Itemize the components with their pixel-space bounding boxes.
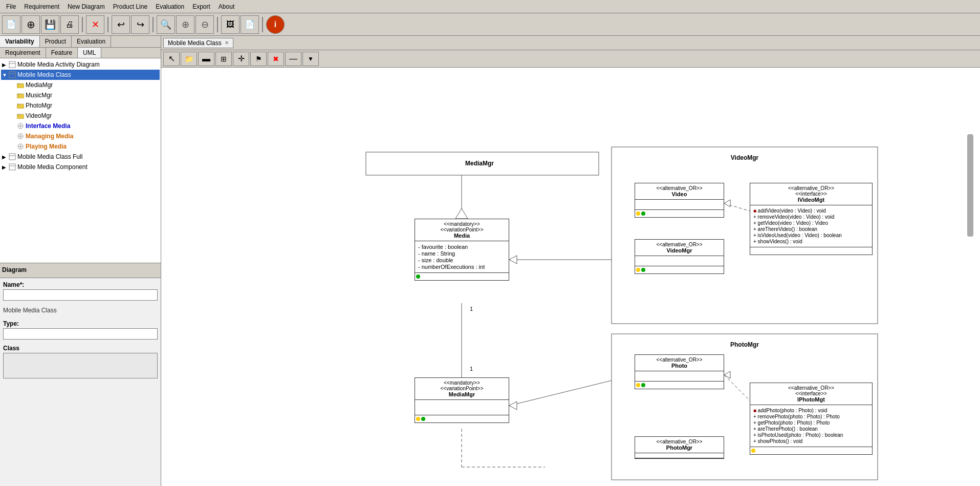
toolbar-separator-1	[82, 17, 83, 32]
iphotomgt-attr5: + isPhotoUsed(photo : Photo) : boolean	[753, 432, 869, 438]
subtab-feature[interactable]: Feature	[46, 48, 78, 58]
new-button[interactable]: 📄	[2, 15, 20, 34]
zoom-out-button[interactable]: ⊖	[195, 15, 214, 34]
table-tool-btn[interactable]: ⊞	[215, 52, 232, 66]
menu-new-diagram[interactable]: New Diagram	[63, 2, 109, 11]
tree-item-7[interactable]: Managing Media	[1, 131, 160, 141]
open-button[interactable]: ⊕	[21, 15, 40, 34]
pdf-export-button[interactable]: 📄	[241, 15, 259, 34]
uml-photomgr-inner[interactable]: <<alternative_OR>> PhotoMgr	[635, 436, 724, 459]
uml-videomgr-inner[interactable]: <<alternative_OR>> VideoMgr	[635, 239, 724, 274]
attr-numberOfExecutions: - numberOfExecutions : int	[418, 264, 506, 270]
name-input[interactable]	[3, 289, 158, 301]
diagram-tab-label: Mobile Media Class	[168, 39, 222, 47]
diagram-tab-mobile-media-class[interactable]: Mobile Media Class ✕	[163, 38, 233, 48]
tree-expand-10[interactable]: ▶	[2, 164, 8, 170]
type-input[interactable]	[3, 328, 158, 340]
menu-export[interactable]: Export	[188, 2, 214, 11]
class-textarea[interactable]	[3, 353, 158, 378]
svg-line-43	[724, 203, 750, 211]
tree-item-6[interactable]: Interface Media	[1, 121, 160, 131]
uml-iphotomgt-title: <<alternative_OR>> <<interface>> IPhotoM…	[750, 383, 872, 405]
videomgr-inner-stereotype: <<alternative_OR>>	[638, 242, 721, 247]
info-button[interactable]: i	[266, 15, 285, 34]
flag-tool-btn[interactable]: ⚑	[250, 52, 267, 66]
tab-evaluation[interactable]: Evaluation	[72, 36, 111, 47]
select-tool-btn[interactable]: ↖	[163, 52, 180, 66]
photo-stereotype: <<alternative_OR>>	[638, 357, 721, 363]
menu-product-line[interactable]: Product Line	[109, 2, 151, 11]
connect-tool-btn[interactable]: ✛	[233, 52, 249, 66]
tree-icon-10	[8, 163, 16, 171]
menu-evaluation[interactable]: Evaluation	[151, 2, 188, 11]
svg-rect-5	[17, 83, 20, 84]
tree-item-8[interactable]: Playing Media	[1, 141, 160, 152]
tree-icon-9	[8, 153, 16, 161]
svg-text:PhotoMgr: PhotoMgr	[730, 341, 759, 348]
tree-item-10[interactable]: ▶Mobile Media Component	[1, 162, 160, 172]
main-toolbar: 📄 ⊕ 💾 🖨 ✕ ↩ ↪ 🔍 ⊕ ⊖ 🖼 📄 i	[0, 13, 980, 36]
tree-item-2[interactable]: MediaMgr	[1, 80, 160, 90]
tab-variability[interactable]: Variability	[0, 36, 40, 47]
tree-item-5[interactable]: VideoMgr	[1, 111, 160, 121]
tree-icon-0	[8, 60, 16, 69]
uml-photomgr-inner-title: <<alternative_OR>> PhotoMgr	[635, 437, 724, 453]
image-export-button[interactable]: 🖼	[221, 15, 239, 34]
zoom-in-button[interactable]: ⊕	[176, 15, 194, 34]
tree-expand-0[interactable]: ▶	[2, 62, 8, 68]
menu-requirement[interactable]: Requirement	[20, 2, 63, 11]
subtab-requirement[interactable]: Requirement	[0, 48, 46, 58]
uml-mediamgr-bottom[interactable]: <<mandatory>> <<variationPoint>> MediaMg…	[415, 377, 509, 423]
tree-item-1[interactable]: ▼Mobile Media Class	[1, 70, 160, 80]
uml-videomgr-inner-attrs	[635, 256, 724, 266]
uml-iphotomgt[interactable]: <<alternative_OR>> <<interface>> IPhotoM…	[750, 383, 873, 455]
tree-item-3[interactable]: MusicMgr	[1, 90, 160, 100]
tree-item-0[interactable]: ▶Mobile Media Activity Diagram	[1, 59, 160, 70]
print-button[interactable]: 🖨	[60, 15, 79, 34]
tree-expand-1[interactable]: ▼	[2, 72, 8, 78]
canvas[interactable]: MediaMgr 1 1	[161, 68, 980, 486]
close-red-button[interactable]: ✕	[86, 15, 104, 34]
left-sub-tabs: Requirement Feature UML	[0, 48, 161, 58]
menu-about[interactable]: About	[214, 2, 238, 11]
subtab-uml[interactable]: UML	[78, 48, 101, 58]
photo-dot-yellow	[636, 383, 640, 387]
dropdown-tool-btn[interactable]: ▼	[302, 52, 319, 66]
undo-button[interactable]: ↩	[112, 15, 130, 34]
uml-media[interactable]: <<mandatory>> <<variationPoint>> Media -…	[415, 219, 509, 281]
video-stereotype: <<alternative_OR>>	[638, 185, 721, 191]
tab-product[interactable]: Product	[40, 36, 72, 47]
left-panel: Variability Product Evaluation Requireme…	[0, 36, 161, 486]
svg-rect-7	[17, 94, 20, 95]
folder-tool-btn[interactable]: 📁	[181, 52, 197, 66]
tree-item-4[interactable]: PhotoMgr	[1, 100, 160, 111]
media-classname: Media	[418, 233, 506, 239]
delete-tool-btn[interactable]: ✖	[268, 52, 284, 66]
save-button[interactable]: 💾	[41, 15, 59, 34]
uml-ivideomgt[interactable]: <<alternative_OR>> <<interface>> IVideoM…	[750, 183, 873, 255]
tree-expand-9[interactable]: ▶	[2, 154, 8, 160]
mediamgr-stereotype1: <<mandatory>>	[418, 380, 506, 386]
uml-photo[interactable]: <<alternative_OR>> Photo	[635, 354, 724, 389]
minus-tool-btn[interactable]: —	[285, 52, 301, 66]
uml-media-attrs: - favourite : boolean - name : String - …	[415, 241, 509, 273]
svg-line-35	[509, 375, 635, 406]
toolbar-separator-5	[262, 17, 263, 32]
redo-button[interactable]: ↪	[131, 15, 149, 34]
photo-dot-green	[641, 383, 645, 387]
uml-video-footer	[635, 210, 724, 217]
class-tool-btn[interactable]: ▬	[198, 52, 214, 66]
video-classname: Video	[638, 191, 721, 197]
toolbar-separator-2	[107, 17, 108, 32]
attr-favourite: - favourite : boolean	[418, 244, 506, 250]
name-field-row: Name*:	[3, 281, 158, 301]
iphotomgt-attr3: + getPhoto(photo : Photo) : Photo	[753, 420, 869, 426]
diagram-tab-close[interactable]: ✕	[225, 40, 229, 46]
menu-file[interactable]: File	[2, 2, 20, 11]
canvas-inner: MediaMgr 1 1	[161, 68, 980, 486]
tree-item-9[interactable]: ▶Mobile Media Class Full	[1, 152, 160, 162]
class-label: Class	[3, 345, 158, 352]
zoom-search-button[interactable]: 🔍	[157, 15, 175, 34]
uml-photo-attrs	[635, 371, 724, 382]
uml-video[interactable]: <<alternative_OR>> Video	[635, 183, 724, 218]
